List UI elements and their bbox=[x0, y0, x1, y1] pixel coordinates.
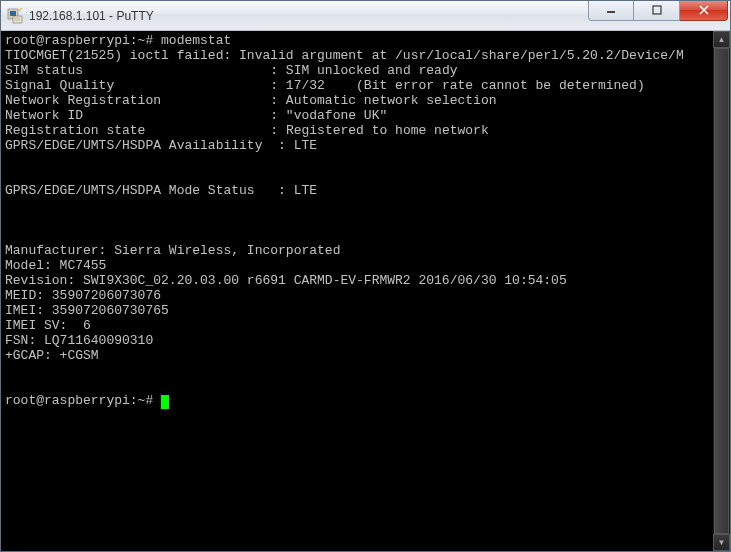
output-value: LTE bbox=[294, 138, 317, 153]
output-label: Network Registration bbox=[5, 93, 161, 108]
maximize-button[interactable] bbox=[634, 1, 680, 21]
output-label: GPRS/EDGE/UMTS/HSDPA Availability bbox=[5, 138, 262, 153]
output-value: Automatic network selection bbox=[286, 93, 497, 108]
prompt: root@raspberrypi:~# bbox=[5, 33, 153, 48]
close-button[interactable] bbox=[680, 1, 728, 21]
scroll-up-button[interactable]: ▲ bbox=[713, 31, 730, 48]
output-value: LTE bbox=[294, 183, 317, 198]
command: modemstat bbox=[161, 33, 231, 48]
scroll-down-button[interactable]: ▼ bbox=[713, 534, 730, 551]
svg-rect-1 bbox=[10, 11, 16, 16]
svg-rect-2 bbox=[13, 16, 22, 23]
window-controls bbox=[588, 6, 728, 26]
terminal-area[interactable]: root@raspberrypi:~# modemstat TIOCMGET(2… bbox=[1, 31, 730, 551]
output-line: FSN: LQ711640090310 bbox=[5, 333, 153, 348]
output-value: Registered to home network bbox=[286, 123, 489, 138]
output-value: SIM unlocked and ready bbox=[286, 63, 458, 78]
output-line: Manufacturer: Sierra Wireless, Incorpora… bbox=[5, 243, 340, 258]
scroll-track[interactable] bbox=[713, 48, 730, 534]
prompt: root@raspberrypi:~# bbox=[5, 393, 153, 408]
output-value: "vodafone UK" bbox=[286, 108, 387, 123]
output-line: MEID: 35907206073076 bbox=[5, 288, 161, 303]
output-line: TIOCMGET(21525) ioctl failed: Invalid ar… bbox=[5, 48, 684, 63]
svg-line-5 bbox=[19, 8, 22, 11]
output-label: SIM status bbox=[5, 63, 83, 78]
output-line: +GCAP: +CGSM bbox=[5, 348, 99, 363]
output-line: Revision: SWI9X30C_02.20.03.00 r6691 CAR… bbox=[5, 273, 567, 288]
svg-rect-7 bbox=[653, 6, 661, 14]
output-label: GPRS/EDGE/UMTS/HSDPA Mode Status bbox=[5, 183, 255, 198]
output-label: Network ID bbox=[5, 108, 83, 123]
output-value: 17/32 (Bit error rate cannot be determin… bbox=[286, 78, 645, 93]
output-label: Registration state bbox=[5, 123, 145, 138]
output-line: Model: MC7455 bbox=[5, 258, 106, 273]
minimize-button[interactable] bbox=[588, 1, 634, 21]
scroll-thumb[interactable] bbox=[714, 48, 729, 534]
titlebar[interactable]: 192.168.1.101 - PuTTY bbox=[1, 1, 730, 31]
output-line: IMEI: 359072060730765 bbox=[5, 303, 169, 318]
svg-rect-6 bbox=[607, 11, 615, 13]
cursor bbox=[161, 395, 169, 409]
putty-window: 192.168.1.101 - PuTTY root@raspberrypi:~… bbox=[0, 0, 731, 552]
putty-icon bbox=[7, 8, 23, 24]
window-title: 192.168.1.101 - PuTTY bbox=[29, 9, 588, 23]
output-label: Signal Quality bbox=[5, 78, 114, 93]
scrollbar[interactable]: ▲ ▼ bbox=[713, 31, 730, 551]
output-line: IMEI SV: 6 bbox=[5, 318, 91, 333]
